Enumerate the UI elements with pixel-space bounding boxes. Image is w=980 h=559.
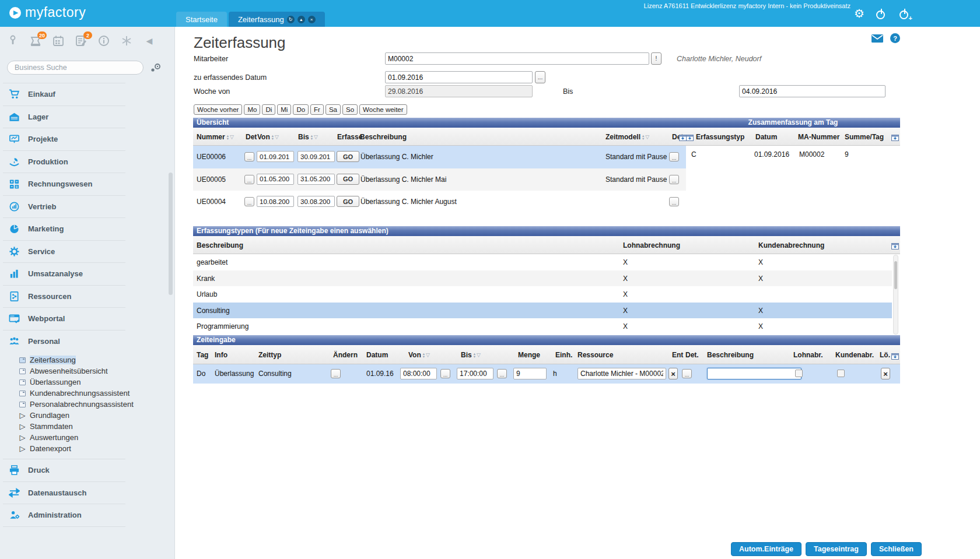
sidebar-item-datenaustausch[interactable]: Datenaustausch [0, 482, 175, 504]
submenu-abwesenheitsuebersicht[interactable]: Abwesenheitsübersicht [0, 365, 175, 377]
row-von-input[interactable] [257, 151, 294, 162]
row-bis-input[interactable] [298, 174, 335, 185]
sidebar-item-personal[interactable]: Personal [0, 331, 175, 353]
delete-row-button[interactable]: × [881, 368, 890, 379]
submenu-auswertungen[interactable]: ▷Auswertungen [0, 432, 175, 443]
sidebar-item-einkauf[interactable]: Einkauf [0, 83, 175, 106]
woche-weiter-button[interactable]: Woche weiter [359, 104, 407, 115]
datum-input[interactable] [385, 71, 533, 83]
tag-so-button[interactable]: So [342, 104, 358, 115]
submenu-grundlagen[interactable]: ▷Grundlagen [0, 410, 175, 421]
row-detail2-button[interactable]: ... [669, 175, 679, 184]
woche-vorher-button[interactable]: Woche vorher [194, 104, 242, 115]
erfassungstypen-scrollbar[interactable] [893, 255, 898, 335]
sidebar-item-rechnungswesen[interactable]: Rechnungswesen [0, 173, 175, 195]
col-zeitmodell[interactable]: Zeitmodell▴▾▽ [606, 133, 649, 141]
uebersicht-row[interactable]: UE00006 ... GO Überlassung C. Michler St… [193, 146, 900, 168]
business-search-input[interactable] [7, 61, 144, 75]
von-time-input[interactable] [400, 368, 437, 379]
tab-close-icon[interactable]: × [308, 16, 316, 23]
row-detail-button[interactable]: ... [244, 175, 254, 184]
ressource-input[interactable] [578, 368, 666, 379]
woche-von-input[interactable] [385, 85, 533, 97]
sidebar-item-produktion[interactable]: Produktion [0, 151, 175, 173]
go-button[interactable]: GO [337, 174, 359, 185]
row-bis-input[interactable] [298, 151, 335, 162]
mitarbeiter-input[interactable] [385, 52, 649, 65]
collapse-sidebar-icon[interactable]: ◀ [142, 34, 156, 48]
col-bis[interactable]: Bis▴▾▽ [461, 351, 481, 359]
lohnabr-checkbox[interactable] [795, 370, 803, 377]
tab-zeiterfassung[interactable]: Zeiterfassung ↻ ▴ × [229, 12, 325, 27]
erfassungstyp-row-selected[interactable]: Consulting X X [193, 303, 892, 319]
col-von[interactable]: Von▴▾▽ [257, 133, 279, 141]
sidebar-item-umsatzanalyse[interactable]: Umsatzanalyse [0, 263, 175, 285]
autom-eintraege-button[interactable]: Autom.Einträge [731, 542, 802, 556]
tag-do-button[interactable]: Do [293, 104, 309, 115]
sidebar-item-lager[interactable]: Lager [0, 106, 175, 128]
submenu-personalabrechnungsassistent[interactable]: Personalabrechnungsassistent [0, 399, 175, 410]
export-table-icon[interactable] [891, 351, 899, 362]
tageseintrag-button[interactable]: Tageseintrag [806, 542, 867, 556]
myfactory-logo[interactable]: ▶ myfactory [9, 5, 86, 20]
col-von[interactable]: Von▴▾▽ [408, 351, 430, 359]
tag-mo-button[interactable]: Mo [244, 104, 260, 115]
submenu-stammdaten[interactable]: ▷Stammdaten [0, 421, 175, 432]
tag-fr-button[interactable]: Fr [310, 104, 324, 115]
sidebar-scrollbar[interactable] [169, 173, 173, 295]
tab-refresh-icon[interactable]: ↻ [287, 16, 295, 23]
calendar-icon[interactable] [51, 34, 65, 48]
stamp-clock-icon[interactable]: 20 [29, 34, 43, 48]
info-icon[interactable] [97, 34, 111, 48]
row-detail2-button[interactable]: ... [669, 197, 679, 206]
export-table-icon[interactable] [891, 241, 899, 252]
row-von-input[interactable] [257, 196, 294, 207]
go-button[interactable]: GO [337, 196, 359, 207]
submenu-kundenabrechnungsassistent[interactable]: Kundenabrechnungsassistent [0, 388, 175, 399]
submenu-zeiterfassung[interactable]: Zeiterfassung [0, 354, 175, 365]
settings-gear-icon[interactable]: ⚙ [854, 8, 864, 19]
sidebar-item-projekte[interactable]: Projekte [0, 128, 175, 150]
erfassungstyp-row[interactable]: gearbeitet X X [193, 254, 892, 270]
tab-startseite[interactable]: Startseite [176, 12, 227, 27]
tag-mi-button[interactable]: Mi [277, 104, 291, 115]
logout-power-icon[interactable] [876, 9, 887, 20]
woche-bis-input[interactable] [739, 85, 886, 97]
tag-sa-button[interactable]: Sa [326, 104, 341, 115]
kundenabr-checkbox[interactable] [837, 370, 845, 377]
row-edit-button[interactable]: ... [331, 369, 341, 378]
export-table-icon[interactable] [686, 133, 694, 143]
row-detail-button[interactable]: ... [244, 197, 254, 206]
logout-all-power-plus-icon[interactable]: + [899, 9, 910, 20]
erfassungstyp-row[interactable]: Krank X X [193, 270, 892, 287]
submenu-datenexport[interactable]: ▷Datenexport [0, 443, 175, 454]
schliessen-button[interactable]: Schließen [871, 542, 922, 556]
beschreibung-input[interactable] [707, 368, 802, 379]
row-von-input[interactable] [257, 174, 294, 185]
sidebar-item-webportal[interactable]: Webportal [0, 308, 175, 330]
datum-browse-button[interactable]: ... [535, 71, 545, 83]
mitarbeiter-lookup-button[interactable]: ! [651, 52, 662, 65]
bis-time-input[interactable] [457, 368, 494, 379]
go-button[interactable]: GO [337, 151, 359, 162]
help-icon[interactable]: ? [890, 33, 900, 43]
submenu-ueberlassungen[interactable]: Überlassungen [0, 377, 175, 388]
sidebar-item-service[interactable]: Service [0, 241, 175, 263]
tasks-icon[interactable]: 2 [74, 34, 88, 48]
ressource-clear-button[interactable]: × [668, 368, 678, 379]
scrollbar-thumb[interactable] [894, 261, 897, 289]
uebersicht-row[interactable]: UE00005 ... GO Überlassung C. Michler Ma… [193, 168, 900, 191]
sidebar-item-marketing[interactable]: Marketing [0, 218, 175, 240]
col-nummer[interactable]: Nummer▴▾▽ [197, 133, 234, 141]
erfassungstyp-row[interactable]: Urlaub X [193, 286, 892, 303]
sidebar-item-vertrieb[interactable]: Vertrieb [0, 196, 175, 218]
uebersicht-row[interactable]: UE00004 ... GO Überlassung C. Michler Au… [193, 191, 900, 213]
erfassungstyp-row[interactable]: Programmierung X X [193, 318, 892, 335]
von-browse-button[interactable]: ... [440, 369, 450, 378]
tag-di-button[interactable]: Di [262, 104, 275, 115]
mail-icon[interactable] [872, 34, 883, 45]
col-bis[interactable]: Bis▴▾▽ [298, 133, 318, 141]
row-detail2-button[interactable]: ... [669, 152, 679, 161]
ressource-browse-button[interactable]: ... [682, 369, 692, 378]
sidebar-item-administration[interactable]: Administration [0, 504, 175, 526]
